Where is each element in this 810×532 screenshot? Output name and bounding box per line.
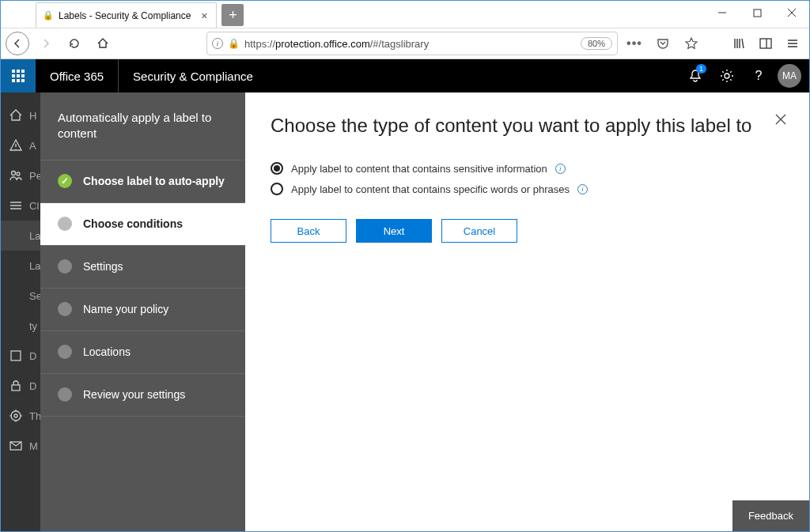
tab-title: Labels - Security & Compliance xyxy=(59,10,191,21)
nav-home-button[interactable] xyxy=(91,32,115,55)
data-icon xyxy=(9,349,23,363)
gear-icon xyxy=(720,69,734,83)
brand-label[interactable]: Office 365 xyxy=(36,59,119,92)
step-bullet-icon xyxy=(58,345,72,359)
nav-forward-button[interactable] xyxy=(34,32,58,55)
feedback-button[interactable]: Feedback xyxy=(732,500,809,531)
panel-heading: Choose the type of content you want to a… xyxy=(271,115,784,137)
leftnav-label: Cl xyxy=(29,200,39,212)
window-controls xyxy=(705,1,809,25)
nav-reload-button[interactable] xyxy=(62,32,86,55)
button-row: Back Next Cancel xyxy=(271,219,784,243)
step-label: Locations xyxy=(83,345,131,358)
product-label[interactable]: Security & Compliance xyxy=(119,70,267,83)
leftnav-label: Pe xyxy=(29,170,40,182)
bookmark-star-icon[interactable] xyxy=(679,32,703,55)
wizard-step[interactable]: Review your settings xyxy=(40,374,245,417)
window-minimize-button[interactable] xyxy=(705,1,740,25)
padlock-icon: 🔒 xyxy=(228,38,240,49)
help-button[interactable]: ? xyxy=(743,59,774,92)
step-bullet-icon xyxy=(58,259,72,274)
leftnav-item[interactable]: La xyxy=(1,251,40,281)
svg-point-9 xyxy=(725,74,729,78)
step-label: Name your policy xyxy=(83,303,168,315)
svg-rect-4 xyxy=(760,39,771,48)
leftnav-item[interactable]: D xyxy=(1,371,40,401)
leftnav-item[interactable]: H xyxy=(1,100,40,130)
leftnav-label: Se xyxy=(29,290,40,302)
tab-close-button[interactable]: × xyxy=(199,10,210,21)
window-maximize-button[interactable] xyxy=(740,1,774,25)
left-nav: HAPeClLaLaSetyDDThM xyxy=(1,92,40,531)
wizard-step[interactable]: Settings xyxy=(40,246,245,289)
library-icon[interactable] xyxy=(727,32,751,55)
alert-icon xyxy=(9,138,23,153)
info-icon[interactable]: i xyxy=(577,184,588,194)
leftnav-label: La xyxy=(29,260,40,272)
next-button[interactable]: Next xyxy=(356,219,432,243)
class-icon xyxy=(9,198,23,213)
site-info-icon[interactable]: i xyxy=(212,38,223,49)
notifications-button[interactable]: 1 xyxy=(679,59,711,92)
browser-menu-icon[interactable] xyxy=(781,32,804,55)
people-icon xyxy=(9,168,23,183)
home-icon xyxy=(9,108,23,123)
browser-titlebar: 🔒 Labels - Security & Compliance × + xyxy=(1,1,809,28)
leftnav-item[interactable]: ty xyxy=(1,311,40,341)
notification-badge: 1 xyxy=(696,64,706,74)
step-label: Settings xyxy=(83,260,123,273)
svg-point-11 xyxy=(17,172,20,175)
leftnav-item[interactable]: D xyxy=(1,341,40,371)
wizard-step[interactable]: Locations xyxy=(40,331,245,374)
svg-rect-15 xyxy=(11,351,21,360)
cancel-button[interactable]: Cancel xyxy=(441,219,517,243)
wizard-overlay: Automatically apply a label to content C… xyxy=(40,92,809,531)
sidebar-toggle-icon[interactable] xyxy=(754,32,778,55)
wizard-step[interactable]: Choose label to auto-apply xyxy=(40,160,245,203)
close-icon xyxy=(774,113,787,126)
leftnav-item[interactable]: Cl xyxy=(1,191,40,221)
lock-icon: 🔒 xyxy=(43,10,54,21)
user-avatar[interactable]: MA xyxy=(778,64,801,88)
close-panel-button[interactable] xyxy=(771,110,790,129)
info-icon[interactable]: i xyxy=(555,164,566,174)
leftnav-label: La xyxy=(29,230,40,242)
url-bar[interactable]: i 🔒 https://protection.office.com/#/tags… xyxy=(206,32,618,55)
content-type-option[interactable]: Apply label to content that contains sen… xyxy=(271,162,784,175)
step-bullet-icon xyxy=(58,174,72,188)
step-bullet-icon xyxy=(58,387,72,402)
pocket-icon[interactable] xyxy=(651,32,675,55)
app-launcher-button[interactable] xyxy=(1,59,36,92)
svg-point-18 xyxy=(14,414,17,417)
browser-navbar: i 🔒 https://protection.office.com/#/tags… xyxy=(1,28,809,59)
settings-button[interactable] xyxy=(711,59,743,92)
wizard-step[interactable]: Name your policy xyxy=(40,289,245,331)
back-button[interactable]: Back xyxy=(271,219,346,243)
workspace: HAPeClLaLaSetyDDThM Automatically apply … xyxy=(1,92,809,531)
content-type-option[interactable]: Apply label to content that contains spe… xyxy=(271,183,784,195)
leftnav-item[interactable]: M xyxy=(1,431,40,461)
threat-icon xyxy=(9,409,23,423)
leftnav-label: H xyxy=(29,110,36,122)
zoom-indicator[interactable]: 80% xyxy=(581,37,612,50)
browser-tab[interactable]: 🔒 Labels - Security & Compliance × xyxy=(36,2,217,28)
svg-rect-16 xyxy=(12,385,20,391)
wizard-content-panel: Choose the type of content you want to a… xyxy=(245,92,809,531)
help-icon: ? xyxy=(755,69,763,83)
leftnav-item[interactable]: Pe xyxy=(1,160,40,191)
app-root: Office 365 Security & Compliance 1 ? MA … xyxy=(1,59,809,531)
leftnav-label: D xyxy=(29,380,36,392)
leftnav-item[interactable]: Se xyxy=(1,281,40,311)
leftnav-item[interactable]: Th xyxy=(1,401,40,431)
leftnav-item[interactable]: La xyxy=(1,221,40,251)
option-label: Apply label to content that contains sen… xyxy=(291,163,547,175)
wizard-step[interactable]: Choose conditions xyxy=(40,203,245,246)
leftnav-item[interactable]: A xyxy=(1,130,40,160)
wizard-title: Automatically apply a label to content xyxy=(40,92,245,160)
window-close-button[interactable] xyxy=(774,1,809,25)
leftnav-label: D xyxy=(29,350,36,362)
url-text: https://protection.office.com/#/tagslibr… xyxy=(244,38,576,50)
nav-back-button[interactable] xyxy=(6,32,29,55)
page-actions-icon[interactable]: ••• xyxy=(623,32,646,55)
new-tab-button[interactable]: + xyxy=(221,4,244,26)
